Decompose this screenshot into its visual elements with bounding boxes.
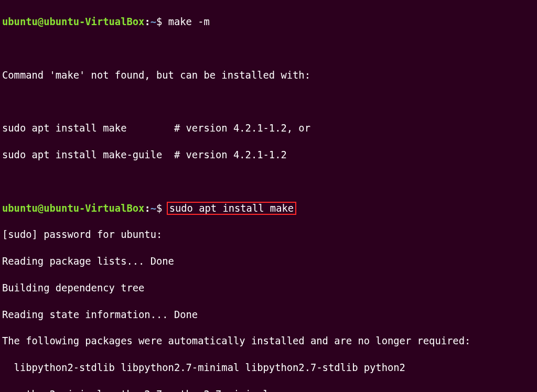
highlighted-command: sudo apt install make [167, 202, 296, 215]
terminal-output[interactable]: ubuntu@ubuntu-VirtualBox:~$ make -m Comm… [2, 2, 535, 392]
output-line: Reading state information... Done [2, 308, 535, 321]
output-line: Command 'make' not found, but can be ins… [2, 69, 535, 82]
prompt-colon: : [144, 203, 150, 214]
output-line: python2-minimal python2.7 python2.7-mini… [2, 388, 535, 392]
output-line: sudo apt install make-guile # version 4.… [2, 148, 535, 161]
blank-line [2, 95, 535, 108]
prompt-user: ubuntu@ubuntu-VirtualBox [2, 16, 144, 27]
prompt-user: ubuntu@ubuntu-VirtualBox [2, 203, 144, 214]
blank-line [2, 175, 535, 188]
prompt-dollar: $ [156, 16, 168, 27]
output-line: The following packages were automaticall… [2, 334, 535, 347]
output-line: Reading package lists... Done [2, 255, 535, 268]
output-line: [sudo] password for ubuntu: [2, 228, 535, 241]
command-1: make -m [168, 16, 210, 27]
blank-line [2, 42, 535, 55]
prompt-path: ~ [151, 16, 156, 27]
prompt-path: ~ [151, 203, 156, 214]
prompt-line-1: ubuntu@ubuntu-VirtualBox:~$ make -m [2, 15, 535, 28]
output-line: Building dependency tree [2, 281, 535, 295]
prompt-line-2: ubuntu@ubuntu-VirtualBox:~$ sudo apt ins… [2, 202, 535, 215]
prompt-colon: : [144, 16, 150, 27]
output-line: sudo apt install make # version 4.2.1-1.… [2, 122, 535, 135]
output-line: libpython2-stdlib libpython2.7-minimal l… [2, 361, 535, 374]
